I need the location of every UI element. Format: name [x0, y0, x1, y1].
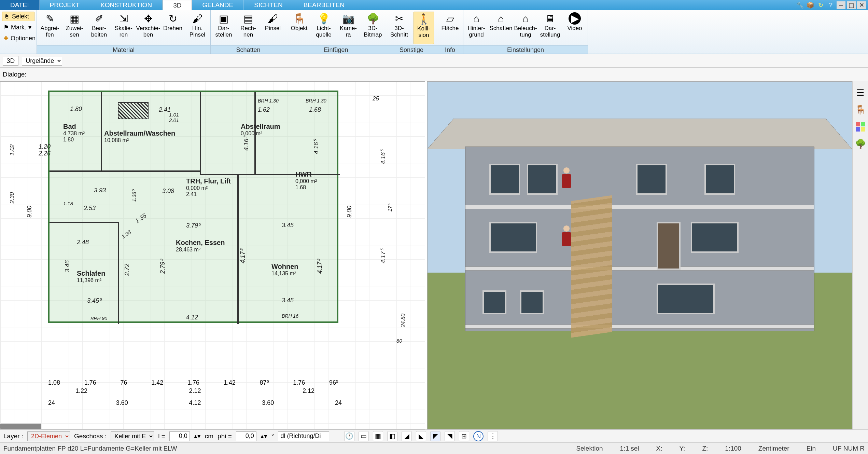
mark-button[interactable]: ⚑Mark.▾ [2, 23, 34, 32]
selekt-button[interactable]: 🖱Selekt [2, 12, 34, 21]
flaeche-button[interactable]: ▱Fläche [440, 12, 460, 44]
darstellung-button[interactable]: 🖥Dar- stellung [540, 12, 560, 44]
lichtquelle-button[interactable]: 💡Licht- quelle [313, 12, 334, 44]
tab-bearbeiten[interactable]: BEARBEITEN [293, 0, 355, 10]
svg-rect-2 [856, 127, 860, 132]
terrain-select[interactable]: Urgelände [22, 56, 62, 66]
3d-view-pane[interactable] [427, 81, 852, 429]
tree2-icon[interactable]: 🌳 [855, 138, 866, 150]
main-tabbar: DATEI PROJEKT KONSTRUKTION 3D GELÄNDE SI… [0, 0, 868, 10]
layer-label: Layer : [3, 432, 23, 440]
tab-gelaende[interactable]: GELÄNDE [192, 0, 244, 10]
dim-34: 3.08 [162, 188, 174, 195]
screen-icon[interactable]: ▭ [359, 431, 369, 441]
calc-icon: ▤ [243, 13, 253, 24]
building-outline: Bad4,738 m²1.80 Abstellraum/Waschen10,08… [48, 91, 338, 323]
abgreifen-button[interactable]: ✎Abgrei- fen [40, 12, 60, 44]
chair-icon: 🪑 [293, 13, 306, 24]
group-einstellungen: ⌂Hinter- grund ⌂Schatten ⌂Beleuch- tung … [463, 10, 588, 54]
tab-sichten[interactable]: SICHTEN [244, 0, 293, 10]
bitmap-button[interactable]: 🌳3D- Bitmap [363, 12, 383, 44]
dim-13: 2.79⁵ [159, 259, 166, 274]
pinsel-button[interactable]: 🖌Pinsel [263, 12, 283, 44]
package-icon[interactable]: 📦 [806, 1, 815, 9]
schatten2-button[interactable]: ⌂Schatten [491, 12, 511, 44]
dim-outer-r5: 24.80 [400, 314, 406, 327]
dim-outer-r4: 4.17⁵ [379, 249, 387, 263]
dim-18: 4.16⁵ [312, 140, 320, 154]
spinner2-icon[interactable]: ▴▾ [261, 432, 267, 440]
tab-3d[interactable]: 3D [163, 0, 192, 10]
refresh-icon[interactable]: ↻ [816, 1, 825, 9]
optionen-button[interactable]: ✚Optionen [2, 33, 34, 43]
geschoss-select[interactable]: Keller mit E [111, 431, 154, 441]
status-z: Z: [702, 445, 708, 452]
north-icon[interactable]: N [473, 431, 484, 441]
cut-icon: ✂ [395, 13, 404, 24]
hintergrund-button[interactable]: ⌂Hinter- grund [466, 12, 487, 44]
layer-select[interactable]: 2D-Elemen [27, 431, 70, 441]
floorplan-pane[interactable]: Bad4,738 m²1.80 Abstellraum/Waschen10,08… [0, 81, 425, 429]
group-schatten: ▣Dar- stellen ▤Rech- nen 🖌Pinsel Schatte… [211, 10, 286, 54]
status-uf: UF NUM R [833, 445, 865, 452]
dim-33: 3.46 [64, 260, 71, 272]
angle1-icon[interactable]: ◢ [402, 431, 412, 441]
right-toolstrip: ☰ 🪑 🌳 [852, 81, 868, 429]
phi-input[interactable] [236, 431, 256, 441]
beleuchtung-button[interactable]: ⌂Beleuch- tung [515, 12, 536, 44]
dim-19: 1.01 [169, 112, 179, 118]
facade [465, 147, 814, 331]
skalieren-button[interactable]: ⇲Skalie- ren [113, 12, 134, 44]
status-left: Fundamentplatten FP d20 L=Fundamente G=K… [3, 445, 177, 452]
dim-21: 1.35 [134, 212, 148, 225]
drehen-button[interactable]: ↻Drehen [163, 12, 183, 44]
clock-icon[interactable]: 🕐 [344, 431, 354, 441]
verschieben-button[interactable]: ✥Verschie- ben [138, 12, 158, 44]
grid-icon[interactable]: ⊞ [459, 431, 469, 441]
angle2-icon[interactable]: ◣ [416, 431, 426, 441]
l-input[interactable] [169, 431, 190, 441]
stair-hatch [118, 102, 149, 119]
tab-projekt[interactable]: PROJEKT [40, 0, 90, 10]
maximize-icon[interactable]: ▢ [847, 1, 856, 9]
tab-datei[interactable]: DATEI [0, 0, 40, 10]
shadow-icon: ⌂ [498, 13, 504, 24]
rechnen-button[interactable]: ▤Rech- nen [238, 12, 258, 44]
horizontal-scrollbar[interactable] [0, 424, 41, 429]
rotate-icon: ↻ [169, 13, 177, 24]
person-icon: 🚶 [418, 13, 430, 25]
dim-12: 4.12 [186, 314, 198, 321]
view-mode-label: 3D [3, 56, 18, 66]
tab-konstruktion[interactable]: KONSTRUKTION [90, 0, 163, 10]
palette-icon[interactable] [855, 121, 866, 133]
video-button[interactable]: ▶Video [564, 12, 585, 44]
stack-icon[interactable]: ▦ [373, 431, 383, 441]
hinpinsel-button[interactable]: 🖌Hin. Pinsel [187, 12, 208, 44]
layers-icon[interactable]: ☰ [855, 87, 866, 98]
close-icon[interactable]: ✕ [857, 1, 866, 9]
angle3-icon[interactable]: ◤ [430, 431, 440, 441]
angle4-icon[interactable]: ◥ [445, 431, 455, 441]
chair2-icon[interactable]: 🪑 [855, 104, 866, 115]
kamera-button[interactable]: 📷Kame- ra [338, 12, 359, 44]
zuweisen-button[interactable]: ▦Zuwei- sen [64, 12, 85, 44]
minimize-icon[interactable]: – [837, 1, 845, 9]
help-icon[interactable]: ? [826, 1, 835, 9]
bearbeiten-button[interactable]: ✐Bear- beiten [89, 12, 109, 44]
dim-outer-r2: 9.00 [346, 206, 353, 218]
more-icon[interactable]: ⋮ [488, 431, 498, 441]
darstellen-button[interactable]: ▣Dar- stellen [213, 12, 234, 44]
status-unit: Zentimeter [758, 445, 789, 452]
cube2-icon[interactable]: ◧ [387, 431, 397, 441]
dim-15: 4.17⁵ [239, 249, 247, 263]
kollision-button[interactable]: 🚶Kolli- sion [414, 12, 434, 44]
objekt-button[interactable]: 🪑Objekt [289, 12, 309, 44]
schnitt-button[interactable]: ✂3D- Schnitt [389, 12, 409, 44]
spinner-icon[interactable]: ▴▾ [194, 432, 201, 440]
deg-label: ° [271, 432, 274, 440]
monitor-icon: 🖥 [545, 13, 555, 24]
dim-11: 3.45 [282, 297, 294, 304]
richtung-input[interactable] [278, 431, 329, 441]
tool-icon[interactable]: 🔧 [796, 1, 804, 9]
flag-icon: ⚑ [3, 24, 9, 31]
